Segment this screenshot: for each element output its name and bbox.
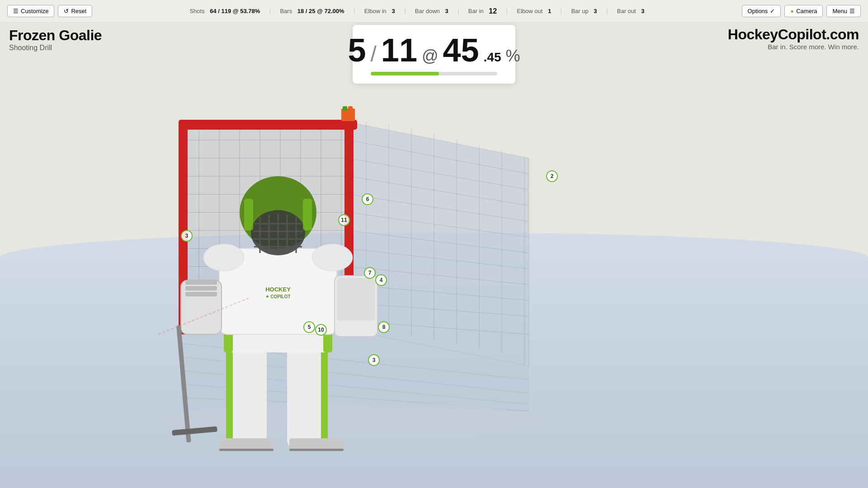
bar-up-label: Bar up xyxy=(571,8,588,14)
svg-rect-64 xyxy=(185,280,217,285)
zone-badge-z5[interactable]: 5 xyxy=(303,321,315,333)
camera-button[interactable]: ● Camera xyxy=(784,5,823,17)
svg-rect-56 xyxy=(289,449,344,451)
reset-button[interactable]: ↺ Reset xyxy=(58,5,92,17)
zone-badge-z2[interactable]: 2 xyxy=(546,170,558,182)
stat-divider-6: | xyxy=(560,7,562,15)
zone-badge-z11[interactable]: 11 xyxy=(338,214,350,226)
svg-rect-52 xyxy=(321,343,328,447)
score-made: 5 xyxy=(348,34,366,66)
shots-label: Shots xyxy=(189,8,204,14)
bar-down-value: 3 xyxy=(445,8,448,14)
camera-label: Camera xyxy=(796,8,817,14)
svg-text:✦ COPILOT: ✦ COPILOT xyxy=(265,294,290,299)
score-pct-main: 45 xyxy=(443,34,479,66)
svg-point-72 xyxy=(203,244,244,271)
score-pct-decimal: .45 xyxy=(484,51,501,64)
stat-divider-7: | xyxy=(606,7,608,15)
stat-divider-4: | xyxy=(458,7,459,15)
svg-rect-66 xyxy=(185,292,217,296)
elbow-in-label: Elbow in xyxy=(364,8,387,14)
zone-badge-z4[interactable]: 4 xyxy=(375,274,387,286)
zone-badge-z8[interactable]: 8 xyxy=(378,321,390,333)
stats-bar: Shots 64 / 119 @ 53.78% | Bars 18 / 25 @… xyxy=(92,7,741,15)
bars-value: 18 / 25 @ 72.00% xyxy=(297,8,344,14)
stat-elbow-out: Elbow out 1 xyxy=(517,8,551,14)
score-display: 5 / 11 @ 45 .45 % xyxy=(371,34,497,66)
svg-point-73 xyxy=(312,244,353,271)
main-scene: HOCKEY ✦ COPILOT xyxy=(0,23,868,488)
menu-label: Menu xyxy=(832,8,847,14)
score-at: @ xyxy=(422,47,439,66)
svg-rect-46 xyxy=(179,120,357,130)
score-card: 5 / 11 @ 45 .45 % xyxy=(353,25,515,84)
customize-button[interactable]: ☰ Customize xyxy=(7,5,54,17)
bar-up-value: 3 xyxy=(594,8,597,14)
stat-divider-3: | xyxy=(404,7,406,15)
top-left-controls: ☰ Customize ↺ Reset xyxy=(7,5,92,17)
reset-icon: ↺ xyxy=(64,8,69,14)
zone-badge-z6[interactable]: 6 xyxy=(362,193,373,205)
stat-divider-1: | xyxy=(269,7,271,15)
elbow-in-value: 3 xyxy=(392,8,395,14)
score-separator: / xyxy=(371,43,377,65)
svg-text:HOCKEY: HOCKEY xyxy=(265,286,291,293)
stat-shots: Shots 64 / 119 @ 53.78% xyxy=(189,8,260,14)
bar-out-value: 3 xyxy=(641,8,644,14)
stat-bar-in: Bar in 12 xyxy=(468,7,497,15)
zone-badge-z3[interactable]: 3 xyxy=(181,230,193,242)
zone-badge-z7[interactable]: 7 xyxy=(364,267,376,279)
stat-bar-up: Bar up 3 xyxy=(571,8,597,14)
progress-bar-fill xyxy=(371,72,439,75)
svg-rect-50 xyxy=(226,343,233,447)
bar-out-label: Bar out xyxy=(617,8,636,14)
options-icon: ✓ xyxy=(770,8,775,14)
zone-badge-z10[interactable]: 10 xyxy=(315,324,327,336)
elbow-out-value: 1 xyxy=(548,8,551,14)
top-right-controls: Options ✓ ● Camera Menu ☰ xyxy=(742,5,861,17)
stat-elbow-in: Elbow in 3 xyxy=(364,8,395,14)
zone-badge-z3b[interactable]: 3 xyxy=(368,354,380,366)
bar-down-label: Bar down xyxy=(415,8,440,14)
svg-rect-65 xyxy=(185,286,217,291)
svg-rect-68 xyxy=(337,278,375,321)
reset-label: Reset xyxy=(71,8,86,14)
score-total: 11 xyxy=(381,34,417,66)
menu-lines-icon: ☰ xyxy=(849,8,855,14)
bars-label: Bars xyxy=(280,8,292,14)
customize-icon: ☰ xyxy=(13,8,19,14)
stat-bar-down: Bar down 3 xyxy=(415,8,448,14)
goalie-net-illustration: HOCKEY ✦ COPILOT xyxy=(136,104,542,488)
svg-rect-90 xyxy=(348,106,353,111)
svg-rect-87 xyxy=(303,199,312,230)
progress-bar-container xyxy=(371,72,497,75)
stat-divider-5: | xyxy=(506,7,508,15)
stat-divider-2: | xyxy=(354,7,355,15)
score-pct-symbol: % xyxy=(506,48,520,64)
bar-in-value: 12 xyxy=(489,7,497,15)
bar-in-label: Bar in xyxy=(468,8,484,14)
elbow-out-label: Elbow out xyxy=(517,8,542,14)
customize-label: Customize xyxy=(21,8,48,14)
top-bar: ☰ Customize ↺ Reset Shots 64 / 119 @ 53.… xyxy=(0,0,868,23)
camera-dot-icon: ● xyxy=(790,8,794,14)
svg-point-48 xyxy=(163,402,542,438)
menu-button[interactable]: Menu ☰ xyxy=(826,5,861,17)
svg-rect-89 xyxy=(343,106,347,111)
shots-value: 64 / 119 @ 53.78% xyxy=(210,8,260,14)
svg-rect-54 xyxy=(219,449,274,451)
options-button[interactable]: Options ✓ xyxy=(742,5,781,17)
svg-rect-86 xyxy=(244,199,253,230)
options-label: Options xyxy=(748,8,768,14)
stat-bar-out: Bar out 3 xyxy=(617,8,645,14)
stat-bars: Bars 18 / 25 @ 72.00% xyxy=(280,8,344,14)
